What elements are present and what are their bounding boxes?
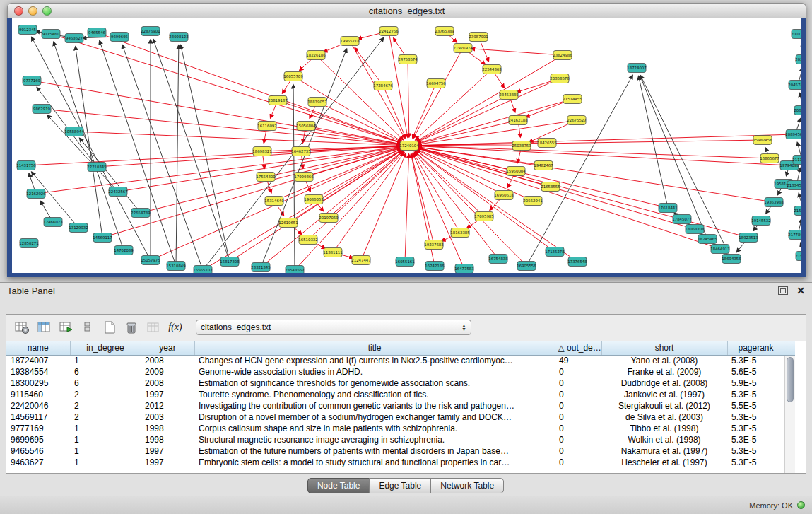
table-cell[interactable]: 5.5E-5 (727, 400, 784, 411)
table-cell[interactable]: Estimation of significance thresholds fo… (194, 378, 555, 389)
table-row[interactable]: 969969511998Structural magnetic resonanc… (6, 434, 784, 445)
graph-node[interactable]: 10588944 (64, 127, 84, 136)
table-cell[interactable]: 9115460 (6, 389, 70, 400)
table-row[interactable]: 946554611997Estimation of the future num… (6, 445, 784, 457)
graph-node[interactable]: 16477583 (454, 264, 473, 274)
column-header-out_de[interactable]: △ out_de… (555, 341, 601, 355)
graph-node[interactable]: 18464913 (710, 245, 729, 254)
graph-node[interactable]: 18226186 (306, 51, 326, 60)
graph-node[interactable]: 23098123 (169, 33, 188, 42)
graph-node[interactable]: 18426555 (537, 139, 556, 148)
graph-node[interactable]: 18245465 (698, 235, 717, 244)
table-row[interactable]: 946362711997Embryonic stem cells: a mode… (6, 457, 784, 468)
graph-node[interactable]: 23765789 (435, 27, 454, 36)
table-cell[interactable]: 9777169 (6, 423, 70, 434)
graph-node[interactable]: 22210345 (87, 163, 106, 172)
table-cell[interactable]: Jankovic et al. (1997) (601, 389, 727, 400)
table-cell[interactable]: 5.3E-5 (727, 445, 784, 457)
graph-node[interactable]: 21556789 (794, 206, 801, 216)
table-cell[interactable]: Changes of HCN gene expression and I(f) … (194, 355, 555, 366)
graph-node[interactable]: 22412756 (379, 27, 399, 36)
table-cell[interactable]: 1 (70, 445, 141, 457)
table-cell[interactable]: Investigating the contribution of common… (194, 400, 555, 411)
graph-node[interactable]: 17845077 (672, 215, 691, 224)
graph-node[interactable]: 19482467 (534, 161, 553, 170)
table-cell[interactable]: 2003 (141, 411, 194, 423)
graph-node[interactable]: 17095985 (474, 212, 493, 221)
table-cell[interactable]: 2 (70, 400, 141, 411)
table-row[interactable]: 1872400712008Changes of HCN gene express… (6, 355, 784, 366)
graph-node[interactable]: 16754838 (488, 255, 508, 264)
graph-node[interactable]: 17554300 (256, 173, 276, 182)
graph-node[interactable]: 14569117 (93, 233, 112, 243)
graph-node[interactable]: 22675527 (567, 116, 586, 125)
table-cell[interactable]: 0 (555, 445, 601, 457)
table-cell[interactable]: Nakamura et al. (1997) (601, 445, 727, 457)
graph-node[interactable]: 19965718 (340, 37, 360, 46)
graph-node[interactable]: 9777169 (23, 76, 41, 86)
graph-node[interactable]: 9115460 (42, 30, 60, 39)
table-cell[interactable]: Embryonic stem cells: a model to study s… (194, 457, 555, 468)
graph-node[interactable]: 19363988 (764, 198, 784, 207)
table-cell[interactable]: 2008 (141, 355, 194, 366)
window-titlebar[interactable]: citations_edges.txt (7, 3, 806, 18)
graph-node[interactable]: 15817308 (220, 257, 240, 267)
graph-node[interactable]: 20562941 (523, 197, 542, 206)
table-select-dropdown[interactable]: citations_edges.txt ▲▼ (196, 320, 471, 335)
table-cell[interactable]: 1997 (141, 457, 194, 468)
graph-node[interactable]: 9463627 (65, 34, 83, 43)
graph-node[interactable]: 16055161 (395, 257, 414, 267)
table-cell[interactable]: 5.3E-5 (727, 423, 784, 434)
graph-node[interactable]: 15310849 (166, 262, 186, 271)
table-cell[interactable]: 18300295 (6, 378, 70, 389)
table-cell[interactable]: 18724007 (6, 355, 70, 366)
close-panel-icon[interactable]: ✕ (796, 286, 805, 296)
graph-node[interactable]: 17376548 (567, 257, 587, 267)
graph-node[interactable]: 23824986 (553, 51, 572, 60)
table-cell[interactable]: Estimation of the future numbers of pati… (194, 445, 555, 457)
show-columns-icon[interactable] (35, 319, 52, 336)
tab-node-table[interactable]: Node Table (307, 478, 370, 493)
table-cell[interactable]: 1998 (141, 423, 194, 434)
table-cell[interactable]: 22420046 (6, 400, 70, 411)
graph-node[interactable]: 16462735 (291, 147, 310, 156)
table-cell[interactable]: 1 (70, 434, 141, 445)
table-row[interactable]: 1830029562008Estimation of significance … (6, 378, 784, 389)
graph-node[interactable]: 11431756 (16, 161, 36, 170)
graph-node[interactable]: 21990123 (795, 252, 801, 261)
table-cell[interactable]: 9465546 (6, 445, 70, 457)
graph-node[interactable]: 20015678 (791, 30, 801, 39)
graph-node[interactable]: 19086053 (304, 195, 323, 204)
table-cell[interactable]: 14569117 (6, 411, 70, 423)
table-cell[interactable]: 1 (70, 457, 141, 468)
graph-node[interactable]: 18163385 (450, 228, 469, 238)
table-cell[interactable]: 9463627 (6, 457, 70, 468)
graph-node[interactable]: 16116092 (257, 122, 276, 131)
graph-node[interactable]: 22544363 (482, 65, 501, 74)
graph-node[interactable]: 22654789 (131, 209, 151, 218)
graph-node[interactable]: 16694756 (426, 79, 446, 88)
graph-node[interactable]: 16055709 (283, 72, 303, 81)
graph-node[interactable]: 12850271 (19, 239, 38, 248)
graph-node[interactable]: 17135278 (545, 247, 565, 257)
graph-node[interactable]: 9012345 (18, 25, 37, 35)
table-cell[interactable]: 0 (555, 411, 601, 423)
graph-node[interactable]: 21926974 (453, 44, 473, 53)
table-cell[interactable]: 5.3E-5 (727, 389, 784, 400)
graph-node[interactable]: 12466023 (43, 218, 62, 227)
graph-node[interactable]: 23543567 (285, 266, 304, 274)
table-row[interactable]: 911546021997Tourette syndrome. Phenomeno… (6, 389, 784, 400)
graph-node[interactable]: 20672345 (794, 106, 801, 115)
table-row[interactable]: 1938455462009Genome-wide association stu… (6, 366, 784, 378)
graph-node[interactable]: 11381111 (323, 248, 342, 257)
graph-node[interactable]: 19237683 (424, 240, 443, 250)
graph-node[interactable]: 15056804 (296, 122, 316, 131)
table-cell[interactable]: Dudbridge et al. (2008) (601, 378, 727, 389)
create-table-icon[interactable] (101, 319, 118, 336)
graph-node[interactable]: 12610651 (278, 218, 298, 228)
table-cell[interactable]: 1 (70, 423, 141, 434)
table-cell[interactable]: 5.3E-5 (727, 457, 784, 468)
column-header-year[interactable]: year (141, 341, 194, 355)
graph-node[interactable]: 9862919 (33, 105, 51, 114)
graph-node[interactable]: 15565107 (193, 266, 212, 274)
